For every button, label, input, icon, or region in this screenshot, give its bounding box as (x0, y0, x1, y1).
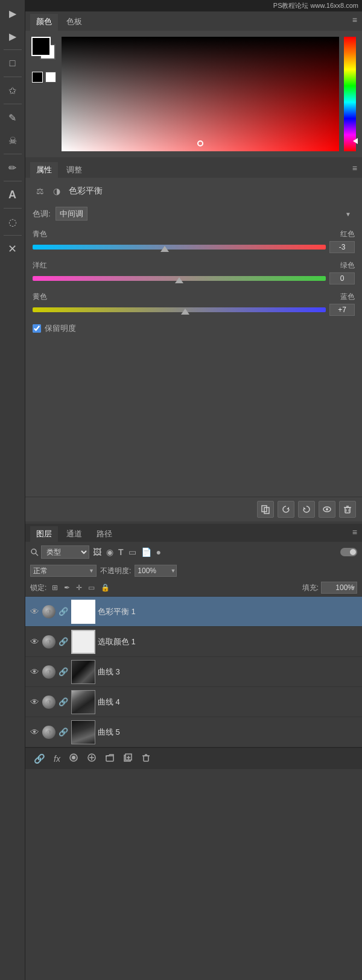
slider-yellow-blue-value[interactable] (329, 304, 355, 316)
tab-color[interactable]: 颜色 (30, 14, 58, 31)
slider-magenta-green-value[interactable] (329, 272, 355, 284)
svg-point-11 (31, 549, 36, 554)
filter-icon-image[interactable]: 🖼 (93, 547, 101, 557)
layers-menu[interactable]: ≡ (352, 527, 357, 537)
layer-row[interactable]: 👁 ◑ 🔗 色彩平衡 1 (25, 597, 362, 627)
props-panel-menu[interactable]: ≡ (352, 163, 357, 173)
label-magenta: 洋红 (33, 260, 47, 271)
circle-half-icon[interactable]: ◑ (49, 184, 64, 198)
layer-visibility-icon[interactable]: 👁 (29, 636, 40, 647)
balance-scales-icon[interactable]: ⚖ (33, 184, 47, 198)
slider-magenta-green-track[interactable] (33, 276, 326, 281)
blend-mode-select[interactable]: 正常 溶解 正片叠底 滤色 (30, 565, 97, 577)
tone-select[interactable]: 高光 中间调 阴影 (56, 207, 87, 221)
foreground-color[interactable] (31, 37, 51, 56)
layer-link-icon[interactable]: 🔗 (58, 637, 69, 646)
delete-button[interactable] (339, 501, 356, 518)
layer-visibility-icon[interactable]: 👁 (29, 606, 40, 617)
link-layer-button[interactable]: 🔗 (31, 752, 48, 765)
tool-select[interactable]: □ (2, 52, 24, 74)
filter-icon-smart[interactable]: 📄 (141, 547, 151, 557)
lock-icon-artboard[interactable]: ▭ (86, 583, 97, 592)
layer-visibility-icon[interactable]: 👁 (29, 667, 40, 677)
tool-crosshair[interactable]: ✕ (2, 238, 24, 260)
delete-layer-button[interactable] (139, 752, 153, 765)
opacity-wrapper: ▼ (135, 565, 177, 577)
tool-text[interactable]: A (2, 184, 24, 206)
color-gradient[interactable] (62, 37, 339, 151)
filter-icon-ball[interactable]: ● (156, 547, 161, 557)
reset-button[interactable] (278, 501, 294, 518)
tool-lasso[interactable]: ✩ (2, 80, 24, 101)
lock-icon-paint[interactable]: ✒ (62, 583, 72, 592)
layer-row[interactable]: 👁 ◑ 🔗 曲线 3 (25, 657, 362, 687)
color-picker-handle[interactable] (197, 140, 203, 146)
toolbar-divider-5 (4, 181, 22, 181)
layer-link-icon[interactable]: 🔗 (58, 727, 69, 737)
tool-stamp[interactable]: ☠ (2, 130, 24, 151)
fill-label: 填充: (302, 583, 319, 593)
slider-yellow-blue-track[interactable] (33, 307, 326, 312)
slider-magenta-green-thumb[interactable] (175, 277, 183, 283)
hue-handle[interactable] (353, 138, 358, 144)
tool-pen[interactable]: ◌ (2, 211, 24, 233)
filter-icon-circle[interactable]: ◉ (106, 547, 113, 557)
visibility-button[interactable] (319, 501, 335, 518)
group-button[interactable] (103, 752, 117, 765)
hue-strip[interactable] (344, 37, 356, 151)
tab-paths[interactable]: 路径 (91, 526, 118, 542)
tab-properties[interactable]: 属性 (30, 162, 58, 178)
lock-icon-pixels[interactable]: ⊞ (50, 583, 60, 592)
quick-white[interactable] (45, 72, 56, 83)
tool-crop[interactable]: ✏ (2, 157, 24, 178)
slider-cyan-red-track-wrap (33, 241, 355, 253)
lock-icon-move[interactable]: ✛ (74, 583, 84, 592)
layer-link-icon[interactable]: 🔗 (58, 607, 69, 616)
color-panel-menu[interactable]: ≡ (352, 15, 357, 25)
layer-list: 👁 ◑ 🔗 色彩平衡 1 👁 ◑ 🔗 选取颜色 1 👁 ◑ 🔗 曲线 (25, 597, 362, 747)
props-icon-group: ⚖ ◑ (33, 184, 64, 198)
filter-type-select[interactable]: 类型 名称 效果 (41, 545, 89, 559)
fx-button[interactable]: fx (51, 752, 63, 765)
preserve-luminosity-checkbox[interactable] (33, 324, 41, 333)
layer-visibility-icon[interactable]: 👁 (29, 727, 40, 737)
slider-cyan-red-value[interactable] (329, 241, 355, 253)
quick-black[interactable] (32, 72, 43, 83)
layer-thumbnail (71, 660, 95, 684)
filter-icon-shape[interactable]: ▭ (129, 547, 136, 557)
layer-adjust-icon: ◑ (42, 635, 56, 649)
slider-yellow-blue-thumb[interactable] (181, 309, 189, 315)
fill-input[interactable] (321, 582, 357, 594)
layer-link-icon[interactable]: 🔗 (58, 667, 69, 676)
clip-button[interactable] (257, 501, 274, 518)
filter-icon-text[interactable]: T (118, 547, 124, 557)
slider-yellow-blue: 黄色 蓝色 (33, 292, 355, 316)
lock-icon-all[interactable]: 🔒 (99, 583, 112, 592)
layer-adjust-icon: ◑ (42, 696, 56, 709)
filter-type-wrapper: 类型 名称 效果 (41, 545, 89, 559)
tool-play[interactable]: ▶ (2, 25, 24, 47)
slider-cyan-red-thumb[interactable] (160, 246, 169, 252)
layer-link-icon[interactable]: 🔗 (58, 697, 69, 706)
new-layer-button[interactable] (121, 752, 135, 765)
layer-row[interactable]: 👁 ◑ 🔗 曲线 5 (25, 717, 362, 747)
tab-swatches[interactable]: 色板 (60, 14, 88, 31)
tool-brush[interactable]: ✎ (2, 107, 24, 128)
tab-layers[interactable]: 图层 (30, 526, 58, 542)
layer-visibility-icon[interactable]: 👁 (29, 697, 40, 707)
layer-row[interactable]: 👁 ◑ 🔗 曲线 4 (25, 687, 362, 717)
layer-row[interactable]: 👁 ◑ 🔗 选取颜色 1 (25, 627, 362, 657)
fill-wrapper: ▼ (321, 582, 357, 594)
slider-cyan-red-track[interactable] (33, 245, 326, 250)
mask-button[interactable] (66, 752, 81, 765)
tab-channels[interactable]: 通道 (60, 526, 88, 542)
opacity-input[interactable] (135, 565, 177, 577)
tool-arrow[interactable]: ▶ (2, 2, 24, 24)
layers-tabs: 图层 通道 路径 ≡ (25, 524, 362, 542)
adjustment-button[interactable] (84, 752, 99, 765)
props-tabs: 属性 调整 ≡ (25, 160, 362, 178)
slider-magenta-green-track-wrap (33, 272, 355, 284)
undo-button[interactable] (298, 501, 315, 518)
filter-toggle[interactable] (340, 548, 357, 556)
tab-adjustments[interactable]: 调整 (60, 162, 88, 178)
